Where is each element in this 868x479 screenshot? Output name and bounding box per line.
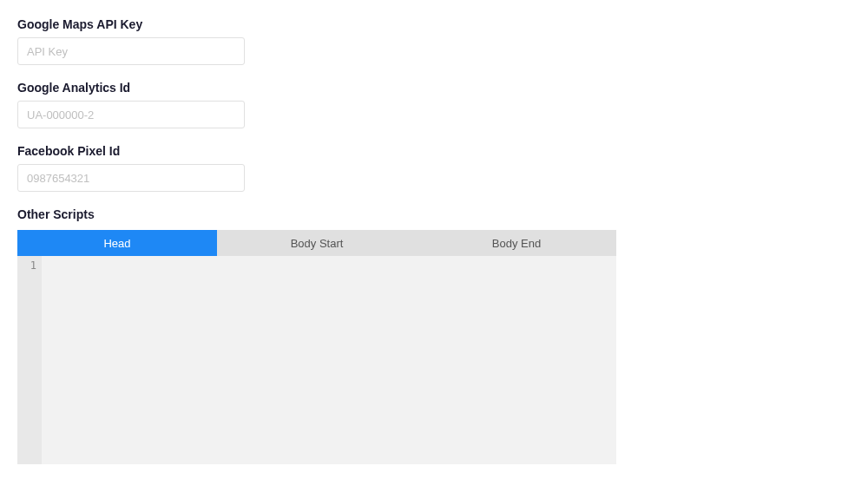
facebook-pixel-input[interactable] [17, 164, 245, 192]
other-scripts-section: Other Scripts Head Body Start Body End 1 [17, 207, 851, 464]
tab-head[interactable]: Head [17, 230, 217, 256]
other-scripts-label: Other Scripts [17, 207, 851, 221]
tab-body-end[interactable]: Body End [417, 230, 616, 256]
google-analytics-input[interactable] [17, 101, 245, 128]
google-maps-group: Google Maps API Key [17, 17, 851, 65]
tab-body-start[interactable]: Body Start [217, 230, 417, 256]
facebook-pixel-group: Facebook Pixel Id [17, 144, 851, 192]
google-maps-input[interactable] [17, 37, 245, 65]
code-gutter: 1 [17, 256, 42, 464]
facebook-pixel-label: Facebook Pixel Id [17, 144, 851, 158]
scripts-tabs: Head Body Start Body End [17, 230, 616, 256]
google-analytics-label: Google Analytics Id [17, 81, 851, 95]
google-maps-label: Google Maps API Key [17, 17, 851, 31]
line-number: 1 [17, 259, 36, 272]
code-editor[interactable]: 1 [17, 256, 616, 464]
google-analytics-group: Google Analytics Id [17, 81, 851, 128]
code-area[interactable] [42, 256, 616, 464]
